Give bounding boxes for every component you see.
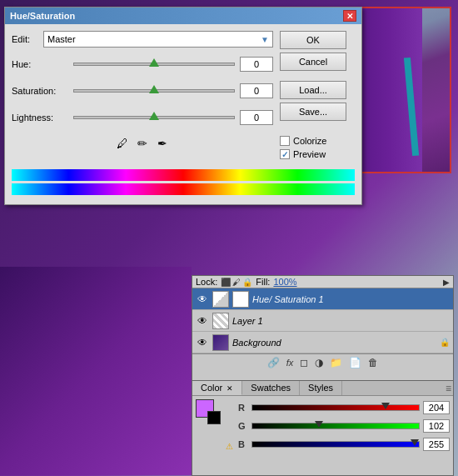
spectrum-container [5, 169, 361, 204]
dialog-title: Hue/Saturation [10, 11, 75, 21]
lock-label: Lock: [196, 277, 217, 287]
layer-thumb-background [212, 334, 229, 351]
fill-label: Fill: [256, 277, 270, 287]
lock-paint-icon[interactable]: 🖌 [232, 278, 241, 287]
mask-icon[interactable]: ◻ [300, 357, 308, 368]
load-button[interactable]: Load... [280, 81, 346, 99]
tab-styles[interactable]: Styles [300, 381, 342, 395]
new-layer-icon[interactable]: 📄 [349, 357, 361, 368]
save-button[interactable]: Save... [280, 103, 346, 121]
ok-button[interactable]: OK [280, 31, 346, 49]
hue-slider-thumb [149, 58, 159, 67]
layer-name-background: Background [232, 338, 436, 348]
photo-preview [356, 7, 451, 173]
layer-mask-hue-sat [232, 291, 249, 308]
green-channel-row: G 102 [238, 418, 450, 434]
spectrum-bar-top [12, 169, 355, 181]
dialog-titlebar: Hue/Saturation ✕ [5, 8, 361, 24]
color-swatch-container [196, 399, 221, 424]
layer-eye-hue-sat[interactable]: 👁 [196, 293, 209, 306]
adjustment-icon[interactable]: ◑ [315, 357, 323, 368]
color-panel-body: ⚠ R 204 G 102 B [192, 396, 453, 458]
layer-eye-background[interactable]: 👁 [196, 336, 209, 349]
lock-position-icon[interactable]: 🔒 [242, 278, 252, 287]
color-panel-tabs: Color ✕ Swatches Styles ≡ [192, 381, 453, 396]
dropdown-arrow-icon: ▼ [261, 35, 269, 44]
color-sliders: R 204 G 102 B 255 [238, 399, 450, 454]
green-channel-label: G [238, 421, 248, 431]
tab-color[interactable]: Color ✕ [192, 381, 242, 395]
saturation-label: Saturation: [12, 86, 68, 96]
colorize-label: Colorize [293, 136, 326, 146]
layer-name-layer1: Layer 1 [232, 316, 450, 326]
color-panel: Color ✕ Swatches Styles ≡ ⚠ R [192, 380, 454, 476]
fill-value: 100% [273, 277, 296, 287]
gamut-warning-icon[interactable]: ⚠ [226, 442, 233, 451]
layers-panel: Lock: ⬛ 🖌 🔒 Fill: 100% ▶ 👁 Hue/ Saturati… [192, 275, 454, 383]
blue-slider[interactable] [251, 441, 420, 448]
preview-label: Preview [293, 149, 326, 159]
lightness-label: Lightness: [12, 113, 68, 123]
colorize-checkbox[interactable] [280, 136, 290, 146]
dialog-close-button[interactable]: ✕ [343, 10, 356, 22]
tab-swatches[interactable]: Swatches [242, 381, 300, 395]
hue-slider[interactable] [73, 56, 235, 73]
link-icon[interactable]: 🔗 [267, 357, 280, 368]
colorize-row: Colorize [280, 136, 355, 146]
edit-dropdown[interactable]: Master ▼ [43, 31, 273, 48]
hue-label: Hue: [12, 59, 68, 69]
layer-row-layer1[interactable]: 👁 Layer 1 [192, 310, 453, 332]
lightness-slider[interactable] [73, 109, 235, 126]
green-slider-thumb [315, 421, 323, 428]
fill-expand-icon[interactable]: ▶ [443, 278, 450, 287]
eyedropper-add-icon[interactable]: ✏ [135, 136, 150, 151]
hue-value[interactable]: 0 [240, 57, 273, 72]
preview-checkbox[interactable]: ✓ [280, 149, 290, 159]
cancel-button[interactable]: Cancel [280, 53, 346, 71]
red-channel-row: R 204 [238, 399, 450, 416]
edit-dropdown-value: Master [47, 34, 76, 44]
lightness-value[interactable]: 0 [240, 110, 273, 125]
lightness-slider-thumb [149, 112, 159, 120]
layer-thumb-hue-sat [212, 291, 229, 308]
layer-eye-layer1[interactable]: 👁 [196, 314, 209, 328]
panel-options-button[interactable]: ≡ [446, 383, 451, 394]
bottom-left-photo [0, 267, 192, 475]
checkmark-icon: ✓ [281, 150, 288, 159]
layers-bottom-bar: 🔗 fx ◻ ◑ 📁 📄 🗑 [192, 353, 453, 371]
tab-color-close[interactable]: ✕ [227, 384, 233, 393]
hue-saturation-dialog: Hue/Saturation ✕ Edit: Master ▼ Hue: [4, 7, 362, 205]
preview-row: ✓ Preview [280, 149, 355, 159]
layer-row-hue-sat[interactable]: 👁 Hue/ Saturation 1 [192, 288, 453, 310]
fx-icon[interactable]: fx [286, 358, 294, 368]
layer-row-background[interactable]: 👁 Background 🔒 [192, 332, 453, 353]
background-color[interactable] [207, 411, 221, 424]
blue-channel-label: B [238, 439, 248, 449]
red-value[interactable]: 204 [423, 401, 450, 414]
red-slider[interactable] [251, 404, 420, 411]
warning-area: ⚠ [226, 399, 233, 454]
trash-icon[interactable]: 🗑 [368, 357, 378, 368]
saturation-slider[interactable] [73, 83, 235, 99]
red-slider-thumb [381, 403, 390, 409]
blue-slider-thumb [411, 439, 419, 446]
saturation-slider-thumb [149, 85, 159, 93]
layer-name-hue-sat: Hue/ Saturation 1 [252, 294, 450, 304]
spectrum-bar-bottom [12, 183, 355, 195]
red-channel-label: R [238, 403, 248, 413]
layer-thumb-layer1 [212, 313, 229, 329]
lock-icons: ⬛ 🖌 🔒 [221, 278, 252, 287]
blue-value[interactable]: 255 [423, 438, 450, 451]
layers-header: Lock: ⬛ 🖌 🔒 Fill: 100% ▶ [192, 276, 453, 288]
background-lock-icon: 🔒 [440, 338, 450, 347]
eyedropper-subtract-icon[interactable]: ✒ [155, 136, 170, 151]
eyedropper-icon[interactable]: 🖊 [115, 136, 130, 151]
edit-label: Edit: [12, 34, 38, 44]
green-slider[interactable] [251, 423, 420, 429]
lock-transparency-icon[interactable]: ⬛ [221, 278, 231, 287]
blue-channel-row: B 255 [238, 436, 450, 453]
green-value[interactable]: 102 [423, 419, 450, 433]
saturation-value[interactable]: 0 [240, 83, 273, 98]
group-icon[interactable]: 📁 [330, 357, 342, 368]
